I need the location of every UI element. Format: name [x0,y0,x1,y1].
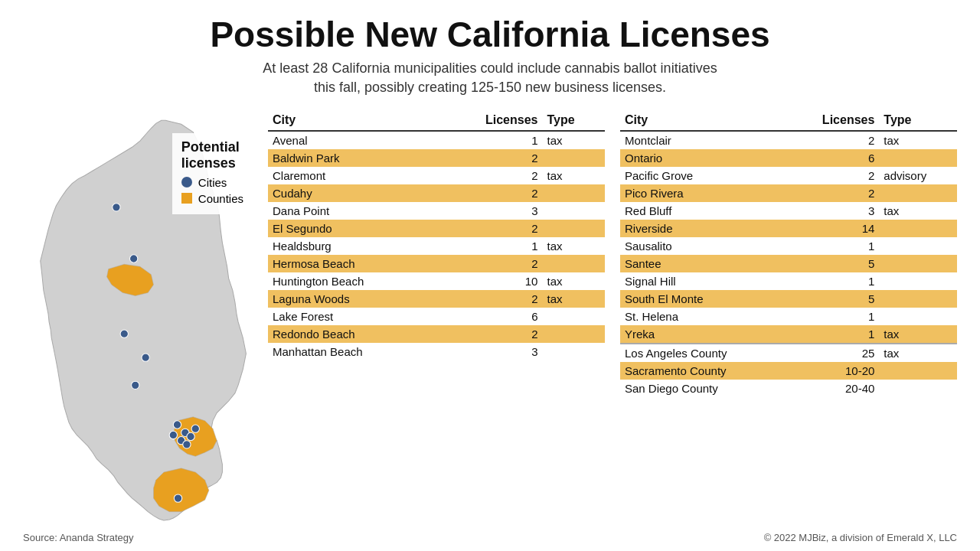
type-cell: tax [542,167,605,184]
table-row: Riverside 14 [620,220,957,237]
legend-title: Potential licenses [181,139,243,171]
city-cell: Pacific Grove [620,167,787,184]
city-cell: South El Monte [620,290,787,308]
main-title: Possible New California Licenses [23,15,957,54]
city-cell: Hermosa Beach [268,255,438,272]
header: Possible New California Licenses At leas… [23,15,957,97]
source-text: Source: Ananda Strategy [23,532,134,543]
licenses-cell: 1 [787,272,880,290]
table-row: Lake Forest 6 [268,308,605,325]
legend: Potential licenses Cities Counties [172,133,253,214]
table-row: Redondo Beach 2 [268,325,605,343]
main-container: Possible New California Licenses At leas… [0,0,980,551]
copyright-text: © 2022 MJBiz, a division of Emerald X, L… [764,532,957,543]
table1-col-city: City [268,110,438,131]
type-cell [879,272,957,290]
licenses-cell: 2 [438,184,542,202]
city-cell: Laguna Woods [268,290,438,308]
type-cell: tax [542,237,605,255]
city-dot-icon [181,177,192,187]
table-row: Yreka 1 tax [620,325,957,344]
licenses-cell: 5 [787,255,880,272]
table-row: Hermosa Beach 2 [268,255,605,272]
licenses-cell: 2 [787,184,880,202]
licenses-cell: 3 [438,343,542,360]
type-cell: tax [879,202,957,220]
city-cell: Signal Hill [620,272,787,290]
table2-body: Montclair 2 tax Ontario 6 Pacific Grove … [620,131,957,397]
svg-point-3 [142,354,149,361]
type-cell [542,184,605,202]
licenses-cell: 2 [438,325,542,343]
svg-point-9 [169,431,177,439]
table2-col-licenses: Licenses [787,110,880,131]
type-cell [542,149,605,167]
county-square-icon [181,193,192,204]
county-type-cell [879,362,957,380]
table-row: Manhattan Beach 3 [268,343,605,360]
table-row: Red Bluff 3 tax [620,202,957,220]
table-row: Cudahy 2 [268,184,605,202]
licenses-cell: 3 [787,202,880,220]
table-row: Montclair 2 tax [620,131,957,149]
type-cell: tax [542,272,605,290]
type-cell [879,308,957,325]
svg-point-11 [183,441,191,448]
svg-point-4 [132,381,139,389]
svg-point-12 [174,494,181,502]
table1: City Licenses Type Avenal 1 tax Baldwin … [268,110,605,360]
type-cell [542,343,605,360]
county-licenses-cell: 20-40 [787,380,880,397]
table-row: Claremont 2 tax [268,167,605,184]
type-cell [542,255,605,272]
subtitle-line1: At least 28 California municipalities co… [263,60,717,76]
type-cell: tax [879,325,957,344]
subtitle-line2: this fall, possibly creating 125-150 new… [314,80,666,95]
county-table-row: San Diego County 20-40 [620,380,957,397]
city-cell: Red Bluff [620,202,787,220]
table-row: El Segundo 2 [268,220,605,237]
svg-point-0 [113,204,120,211]
city-cell: Montclair [620,131,787,149]
county-type-cell [879,380,957,397]
svg-point-5 [173,421,181,429]
licenses-cell: 5 [787,290,880,308]
city-cell: Healdsburg [268,237,438,255]
city-cell: Lake Forest [268,308,438,325]
table1-col-type: Type [542,110,605,131]
licenses-cell: 6 [787,149,880,167]
table-row: Huntington Beach 10 tax [268,272,605,290]
city-cell: St. Helena [620,308,787,325]
county-city-cell: Sacramento County [620,362,787,380]
city-cell: Riverside [620,220,787,237]
table-row: Pico Rivera 2 [620,184,957,202]
svg-point-10 [191,425,199,432]
licenses-cell: 1 [787,237,880,255]
table2-header-row: City Licenses Type [620,110,957,131]
city-cell: Santee [620,255,787,272]
city-cell: El Segundo [268,220,438,237]
type-cell: tax [879,131,957,149]
content-row: Potential licenses Cities Counties [23,110,957,526]
licenses-cell: 1 [787,325,880,344]
city-cell: Manhattan Beach [268,343,438,360]
city-cell: Claremont [268,167,438,184]
type-cell [879,149,957,167]
county-city-cell: Los Angeles County [620,344,787,362]
table-row: Santee 5 [620,255,957,272]
city-cell: Ontario [620,149,787,167]
table-row: Avenal 1 tax [268,131,605,149]
city-cell: Avenal [268,131,438,149]
table1-col-licenses: Licenses [438,110,542,131]
table-row: Healdsburg 1 tax [268,237,605,255]
type-cell [542,202,605,220]
licenses-cell: 2 [438,167,542,184]
licenses-cell: 2 [438,149,542,167]
tables-section: City Licenses Type Avenal 1 tax Baldwin … [268,110,957,526]
county-city-cell: San Diego County [620,380,787,397]
footer: Source: Ananda Strategy © 2022 MJBiz, a … [23,532,957,543]
licenses-cell: 2 [787,131,880,149]
map-section: Potential licenses Cities Counties [23,110,260,526]
licenses-cell: 3 [438,202,542,220]
licenses-cell: 2 [438,290,542,308]
